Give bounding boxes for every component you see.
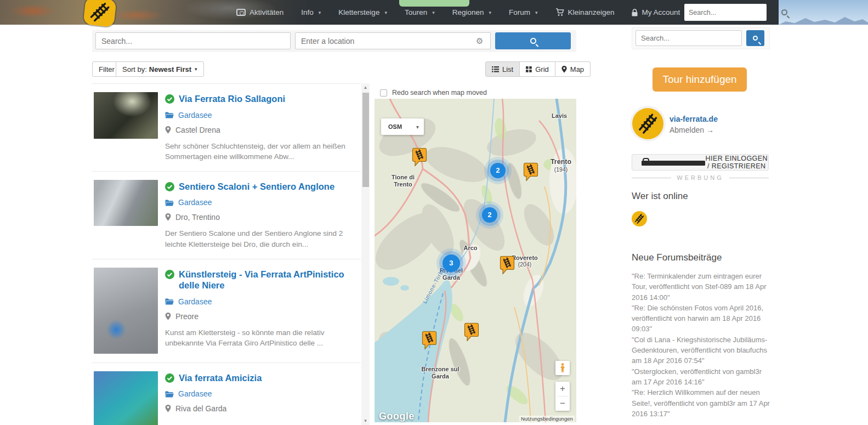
lock-icon [632, 9, 638, 16]
redo-search-checkbox[interactable] [380, 89, 387, 97]
filter-label: Filter [99, 65, 115, 73]
view-list-button[interactable]: List [485, 61, 520, 77]
forum-post-link[interactable]: "Col di Lana - Kriegshistorische Jubiläu… [632, 335, 773, 366]
street-view-pegman-button[interactable] [555, 361, 570, 375]
map-label-trento: Trento (194) [551, 150, 571, 180]
zoom-out-button[interactable]: − [555, 396, 570, 411]
nav-label: Klettersteige [338, 8, 379, 16]
tour-title-link[interactable]: Via ferrata Amicizia [179, 372, 262, 384]
nav-item-klettersteige[interactable]: Klettersteige ▾ [330, 0, 396, 25]
forum-post-link[interactable]: "Re: Die schönsten Fotos vom April 2016,… [632, 303, 773, 335]
map-canvas[interactable]: Lavis Tione di Trento Trento (194) Arco … [375, 99, 576, 422]
search-icon[interactable] [781, 9, 787, 15]
nav-item-forum[interactable]: Forum ▾ [500, 0, 547, 25]
view-map-button[interactable]: Map [555, 61, 591, 77]
region-link[interactable]: Gardasee [178, 198, 212, 207]
tour-location: Dro, Trentino [175, 213, 220, 222]
sidebar-search-input[interactable] [636, 30, 742, 46]
site-header: Aktivitäten Info ▾ Klettersteige ▾ Toure… [0, 0, 868, 25]
forum-post-link[interactable]: "Re: Terminkalender zum eintragen eurer … [632, 271, 773, 303]
location-pin-icon [165, 126, 171, 134]
map-label-lavis: Lavis [552, 112, 567, 120]
map-zoom-control: + − [555, 382, 570, 411]
search-button[interactable] [495, 32, 571, 49]
tour-location: Preore [175, 312, 198, 321]
chevron-down-icon: ▾ [416, 124, 419, 130]
tour-marker[interactable] [464, 322, 479, 341]
nav-label: Aktivitäten [249, 8, 283, 16]
tour-title-link[interactable]: Sentiero Scaloni + Sentiero Anglone [179, 181, 334, 192]
tour-marker[interactable] [412, 148, 427, 166]
nav-label: Info [301, 8, 314, 16]
marker-cluster[interactable]: 3 [442, 254, 460, 272]
camera-icon [236, 9, 246, 16]
header-search-input[interactable] [684, 9, 781, 16]
online-user-avatar[interactable] [632, 211, 647, 226]
chevron-down-icon: ▾ [319, 10, 321, 15]
account-name-link[interactable]: via-ferrata.de [670, 115, 718, 123]
scrollbar-thumb[interactable] [362, 93, 369, 187]
sort-prefix: Sort by: [122, 65, 147, 73]
map-label-text: Rovereto [512, 254, 538, 261]
nav-item-info[interactable]: Info ▾ [292, 0, 330, 25]
scroll-up-arrow[interactable]: ▲ [361, 83, 370, 92]
mountain-silhouette [779, 14, 868, 25]
view-grid-button[interactable]: Grid [519, 61, 555, 77]
region-link[interactable]: Gardasee [178, 297, 212, 306]
forum-posts-list: "Re: Terminkalender zum eintragen eurer … [632, 271, 773, 419]
tour-location: Castel Drena [175, 126, 220, 134]
nav-item-kleinanzeigen[interactable]: Kleinanzeigen [547, 0, 623, 25]
marker-cluster[interactable]: 2 [490, 163, 506, 178]
add-tour-button[interactable]: Tour hinzufügen [653, 67, 747, 92]
ad-divider: WERBUNG [632, 174, 769, 181]
tour-thumbnail[interactable] [94, 371, 158, 425]
notification-tab[interactable] [399, 0, 469, 7]
tour-marker[interactable] [523, 162, 538, 181]
nav-label: My Account [642, 8, 680, 16]
scroll-down-arrow[interactable]: ▼ [361, 417, 370, 425]
search-icon [753, 36, 758, 41]
tour-description: Sehr schöner Schluchtensteig, der vor al… [165, 141, 361, 162]
tour-thumbnail[interactable] [94, 180, 158, 226]
tour-title-link[interactable]: Künstlersteig - Via Ferrata ArtPinistico… [179, 269, 361, 291]
map-terms-link[interactable]: Nutzungsbedingungen [519, 416, 575, 422]
sort-button[interactable]: Sort by: Newest First ▾ [116, 61, 204, 77]
check-circle-icon [165, 270, 174, 279]
login-register-button[interactable]: HIER EINLOGGEN / REGISTRIEREN [632, 154, 769, 171]
list-scrollbar[interactable]: ▲ ▼ [361, 83, 370, 425]
header-photo-mountains [779, 0, 868, 25]
forum-post-link[interactable]: "Osterglocken, veröffentlicht von gambl3… [632, 366, 773, 388]
tour-thumbnail[interactable] [94, 268, 158, 354]
redo-search-row: Redo search when map moved [375, 87, 576, 99]
tour-marker[interactable] [422, 331, 437, 349]
site-logo[interactable] [83, 0, 117, 27]
google-logo[interactable]: Google [379, 411, 415, 422]
nav-label: Kleinanzeigen [568, 8, 615, 16]
pegman-icon [559, 363, 566, 373]
logout-link[interactable]: Abmelden → [670, 126, 714, 134]
nav-label: Forum [509, 8, 530, 16]
gear-icon[interactable]: ⚙ [476, 36, 483, 46]
tour-title-link[interactable]: Via Ferrata Rio Sallagoni [179, 93, 285, 105]
who-is-online-heading: Wer ist online [632, 191, 688, 202]
sidebar-search-button[interactable] [746, 30, 764, 46]
nav-item-aktivitaeten[interactable]: Aktivitäten [228, 0, 292, 25]
map-layer-select[interactable]: OSM ▾ [381, 118, 424, 135]
zoom-in-button[interactable]: + [555, 382, 570, 396]
location-pin-icon [165, 313, 171, 320]
map-layer-value: OSM [388, 123, 415, 130]
road-ref: (204) [512, 261, 538, 268]
tour-marker[interactable] [500, 256, 515, 274]
road-ref: (194) [551, 166, 571, 173]
region-link[interactable]: Gardasee [178, 389, 212, 398]
tour-search-input[interactable] [95, 32, 291, 49]
user-avatar[interactable] [632, 108, 663, 139]
tour-thumbnail[interactable] [94, 92, 158, 139]
tour-search-panel: ⚙ [92, 30, 576, 52]
map-label-brenzone: Brenzone sul Garda [418, 366, 462, 379]
marker-cluster[interactable]: 2 [482, 207, 497, 223]
location-input[interactable] [295, 32, 491, 49]
region-link[interactable]: Gardasee [178, 111, 212, 120]
forum-post-link[interactable]: "Re: Herzlich Willkommen auf der neuen S… [632, 387, 773, 419]
nav-label: Regionen [452, 8, 484, 16]
